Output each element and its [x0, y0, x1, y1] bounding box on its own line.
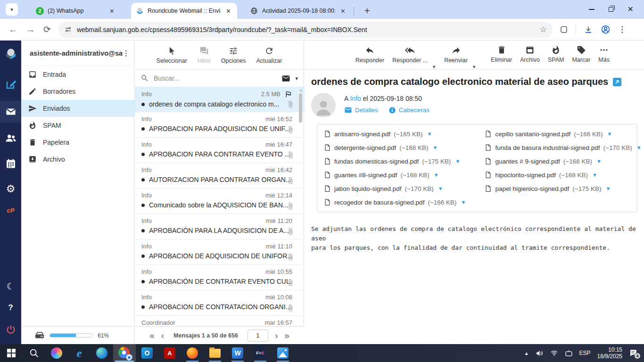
forward-menu-chevron-icon[interactable]: ▼ [472, 65, 476, 69]
tray-expand-chevron-icon[interactable]: ▲ [524, 351, 529, 356]
attachment-item[interactable]: jabon liquido-signed.pdf(~170 KB)▼ [324, 184, 466, 193]
window-restore-button[interactable] [609, 7, 613, 12]
tab-actividad[interactable]: Actividad 2025-09-18 08:00:00 ✕ [246, 3, 352, 19]
search-input[interactable] [154, 74, 277, 82]
message-row[interactable]: Infomié 10:08 APROBACION DE CONTRATACION… [135, 290, 305, 316]
window-close-button[interactable]: ✕ [627, 6, 634, 13]
attachment-item[interactable]: guantes # 9-signed.pdf(~168 KB)▼ [485, 157, 641, 165]
dark-mode-toggle[interactable]: ☾ [0, 275, 21, 297]
attachment-menu-chevron-icon[interactable]: ▼ [592, 172, 597, 178]
scrollbar-thumb[interactable] [299, 93, 302, 123]
tab-whatsapp[interactable]: 2 (2) WhatsApp ✕ [31, 3, 121, 19]
taskbar-acrobat-button[interactable]: A [158, 344, 181, 362]
attachment-item[interactable]: funda de basura industrial-signed.pdf(~1… [485, 143, 641, 152]
search-scope-mail-icon[interactable] [281, 74, 290, 83]
forward-icon[interactable]: → [26, 25, 35, 35]
language-indicator[interactable]: ESP [579, 350, 591, 356]
attachment-item[interactable]: hipoclorito-signed.pdf(~168 KB)▼ [485, 171, 641, 179]
attachment-menu-chevron-icon[interactable]: ▼ [596, 158, 602, 164]
attachment-menu-chevron-icon[interactable]: ▼ [427, 131, 432, 137]
attachment-item[interactable]: guantes #8-signed.pdf(~168 KB)▼ [324, 171, 466, 179]
folder-enviados[interactable]: Enviados [21, 100, 134, 117]
mark-button[interactable]: Marcar [572, 45, 590, 63]
side-panel-icon[interactable] [559, 25, 568, 34]
logout-button[interactable] [0, 319, 21, 340]
taskbar-photos-button[interactable] [272, 344, 294, 362]
tab-close-icon[interactable]: ✕ [339, 7, 347, 15]
window-minimize-button[interactable] [589, 9, 594, 10]
reply-all-menu-chevron-icon[interactable]: ▼ [432, 65, 436, 69]
attachment-item[interactable]: fundas domesticas-signed.pdf(~175 KB)▼ [324, 157, 466, 165]
message-row[interactable]: Infomié 11:20 APROBACIÓN PARA LA ADQUISI… [135, 214, 305, 239]
threads-button[interactable]: Hilos [198, 46, 211, 64]
cpanel-link[interactable]: cP [0, 202, 21, 219]
message-row-selected[interactable]: Info 2.5 MB ordenes de compra catalogo e… [135, 87, 305, 112]
back-icon[interactable]: ← [8, 25, 17, 35]
tab-search-chevron-button[interactable]: ▾ [6, 3, 18, 16]
volume-icon[interactable] [536, 349, 544, 357]
message-row[interactable]: Infomié 16:42 AUTORIZACION PARA CONTRATA… [135, 163, 305, 189]
options-button[interactable]: Opciones [221, 46, 246, 64]
rail-settings-button[interactable]: ⚙ [0, 178, 21, 200]
compose-button[interactable] [0, 74, 21, 95]
attachment-menu-chevron-icon[interactable]: ▼ [636, 145, 642, 150]
archive-button[interactable]: Archivo [520, 45, 540, 63]
downloads-icon[interactable] [584, 25, 593, 34]
taskbar-firefox-button[interactable] [181, 344, 204, 362]
spam-button[interactable]: SPAM [548, 45, 564, 63]
folder-borradores[interactable]: Borradores [21, 83, 134, 100]
scroll-up-icon[interactable]: ▲ [299, 88, 303, 92]
recipient-link[interactable]: Info [350, 95, 361, 102]
profile-icon[interactable] [601, 25, 611, 34]
clock[interactable]: 10:15 18/9/2025 [597, 346, 622, 360]
new-tab-button[interactable]: + [361, 6, 374, 16]
taskbar-word-button[interactable]: W [226, 344, 249, 362]
select-button[interactable]: Seleccionar [157, 46, 187, 64]
meet-now-icon[interactable] [565, 349, 573, 357]
delete-button[interactable]: Eliminar [491, 45, 512, 63]
site-info-icon[interactable] [64, 25, 72, 33]
next-page-button[interactable]: › [275, 331, 278, 340]
reply-all-button[interactable]: Responder ... [392, 45, 428, 64]
taskbar-search-button[interactable] [23, 344, 45, 362]
attachment-item[interactable]: recogedor de basura-signed.pdf(~166 KB)▼ [324, 198, 466, 206]
taskbar-edge-button[interactable] [91, 344, 113, 362]
taskbar-chrome-button[interactable]: ☻ [113, 344, 136, 362]
message-row[interactable]: Infomié 10:55 APROBACIÓN DE CONTRATAR EV… [135, 265, 305, 290]
taskbar-copilot-button[interactable] [45, 344, 68, 362]
attachment-menu-chevron-icon[interactable]: ▼ [606, 186, 611, 191]
tab-close-icon[interactable]: ✕ [108, 7, 116, 15]
forward-button[interactable]: Reenviar [444, 45, 468, 64]
search-options-chevron-icon[interactable]: ▾ [295, 75, 298, 82]
attachment-menu-chevron-icon[interactable]: ▼ [455, 158, 461, 164]
message-row[interactable]: Infomié 12:14 Comunicado sobre la ADQUIS… [135, 189, 305, 214]
taskbar-explorer-button[interactable] [204, 344, 226, 362]
message-row[interactable]: Infomié 16:52 APROBACION PARA ADQUISICIO… [135, 112, 305, 138]
open-in-new-window-icon[interactable] [613, 78, 621, 86]
bookmark-star-icon[interactable]: ☆ [540, 25, 547, 34]
reload-icon[interactable]: ⟳ [43, 24, 51, 35]
first-page-button[interactable]: « [149, 331, 155, 340]
taskbar-fes-button[interactable]: F≡S [249, 344, 272, 362]
message-row[interactable]: Coordinadormar 16:57 [135, 316, 305, 326]
refresh-button[interactable]: Actualizar [256, 46, 282, 64]
attachment-menu-chevron-icon[interactable]: ▼ [434, 172, 439, 178]
tab-roundcube[interactable]: Roundcube Webmail :: Enviados ✕ [131, 3, 237, 19]
details-link[interactable]: Detalles [355, 107, 378, 114]
attachment-menu-chevron-icon[interactable]: ▼ [461, 199, 466, 205]
list-scrollbar[interactable]: ▲ [299, 88, 303, 323]
more-button[interactable]: Más [598, 45, 610, 63]
url-field[interactable]: webmail.sanjuan.gob.ec/cpsess4895969315/… [58, 22, 553, 38]
tab-close-icon[interactable]: ✕ [224, 7, 232, 15]
flag-icon[interactable] [284, 90, 292, 98]
help-button[interactable]: ? [0, 297, 21, 319]
attachment-item[interactable]: cepillo sanitario-signed.pdf(~166 KB)▼ [485, 130, 641, 138]
rail-contacts-button[interactable] [0, 127, 21, 149]
folder-spam[interactable]: SPAM [21, 117, 134, 134]
notification-center-button[interactable]: 4 [629, 349, 637, 357]
attachment-menu-chevron-icon[interactable]: ▼ [438, 186, 443, 191]
attachment-menu-chevron-icon[interactable]: ▼ [607, 131, 612, 137]
wifi-icon[interactable] [550, 349, 558, 357]
prev-page-button[interactable]: ‹ [161, 331, 164, 340]
rail-calendar-button[interactable] [0, 153, 21, 174]
